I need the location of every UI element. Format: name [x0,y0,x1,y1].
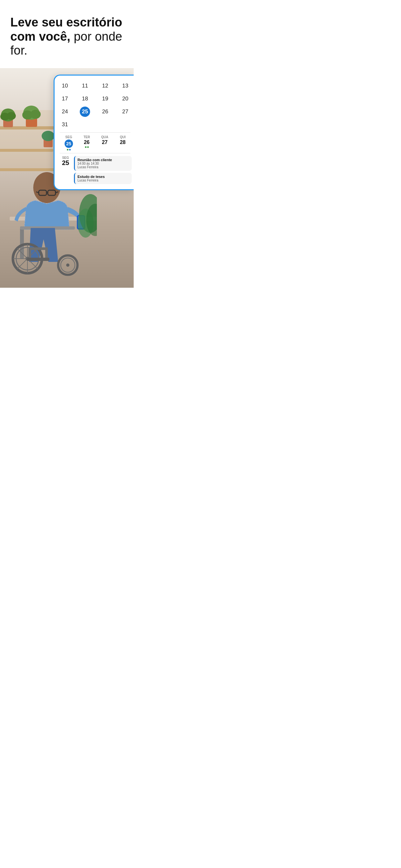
svg-point-37 [66,264,69,267]
calendar-card: 10 11 12 13 17 18 19 20 24 25 26 27 31 [54,74,134,190]
events-section: SEG 25 Reunião com cliente 14:00 às 14:3… [60,156,134,184]
hero-section: Leve seu escritório com você, por onde f… [0,0,134,68]
week-num-25: 25 [65,140,73,148]
svg-rect-3 [0,168,55,171]
svg-rect-2 [0,149,53,152]
event-date-num: 25 [62,159,69,166]
event-date-row: SEG 25 Reunião com cliente 14:00 às 14:3… [60,156,132,184]
event-2-title: Estudo de teses [78,175,129,179]
cal-day-31: 31 [60,120,70,130]
calendar-grid: 10 11 12 13 17 18 19 20 24 25 26 27 31 [60,81,134,130]
week-num-26: 26 [84,140,90,145]
cal-day-11: 11 [80,81,90,91]
cal-day-24: 24 [60,106,70,117]
week-label-qui: QUI [120,135,126,139]
svg-point-15 [42,131,55,141]
image-section: 10 11 12 13 17 18 19 20 24 25 26 27 31 [0,68,134,288]
week-row: SEG 25 TER 26 QUA 27 [60,135,134,151]
cal-day-26: 26 [100,106,111,117]
week-col-qua: QUA 27 [96,135,114,146]
event-card-1[interactable]: Reunião com cliente 14:00 às 14:30 Lucas… [74,156,132,171]
calendar-divider [60,132,130,133]
cal-day-19: 19 [100,94,111,104]
event-2-person: Lucas Ferreira [78,179,129,182]
dot-3 [85,146,87,148]
hero-title: Leve seu escritório com você, por onde f… [10,16,123,58]
cal-day-27: 27 [120,106,130,117]
cal-day-17: 17 [60,94,70,104]
event-1-person: Lucas Ferreira [78,165,129,169]
week-label-ter: TER [84,135,90,139]
svg-rect-41 [27,258,50,261]
dot-2 [69,149,71,151]
dot-4 [87,146,89,148]
cal-day-18: 18 [80,94,90,104]
cal-day-13: 13 [120,81,130,91]
svg-rect-40 [45,249,48,259]
event-card-2[interactable]: Estudo de teses Lucas Ferreira [74,173,132,184]
event-1-title: Reunião com cliente [78,158,129,162]
dot-1 [67,149,68,151]
cal-day-10: 10 [60,81,70,91]
week-num-27: 27 [102,140,107,145]
week-num-28: 28 [120,140,126,145]
event-cards: Reunião com cliente 14:00 às 14:30 Lucas… [74,156,132,184]
week-dots-ter [85,146,89,148]
cal-day-25-today: 25 [80,106,90,117]
week-col-seg: SEG 25 [60,135,78,151]
calendar-row-3: 24 25 26 27 [60,106,134,117]
svg-rect-38 [28,247,48,250]
calendar-row-2: 17 18 19 20 [60,94,134,104]
week-label-seg: SEG [65,135,72,139]
event-date-col: SEG 25 [60,156,71,166]
svg-point-9 [7,112,16,120]
week-dots-seg [67,149,71,151]
calendar-row-1: 10 11 12 13 [60,81,134,91]
svg-point-13 [30,110,41,119]
svg-rect-39 [28,249,31,259]
calendar-row-4: 31 [60,120,134,130]
events-divider [60,153,130,153]
cal-day-20: 20 [120,94,130,104]
svg-rect-26 [20,226,24,259]
event-1-time: 14:00 às 14:30 [78,162,129,165]
cal-day-12: 12 [100,81,111,91]
week-col-ter: TER 26 [78,135,96,148]
week-col-qui: QUI 28 [114,135,132,146]
week-label-qua: QUA [101,135,108,139]
